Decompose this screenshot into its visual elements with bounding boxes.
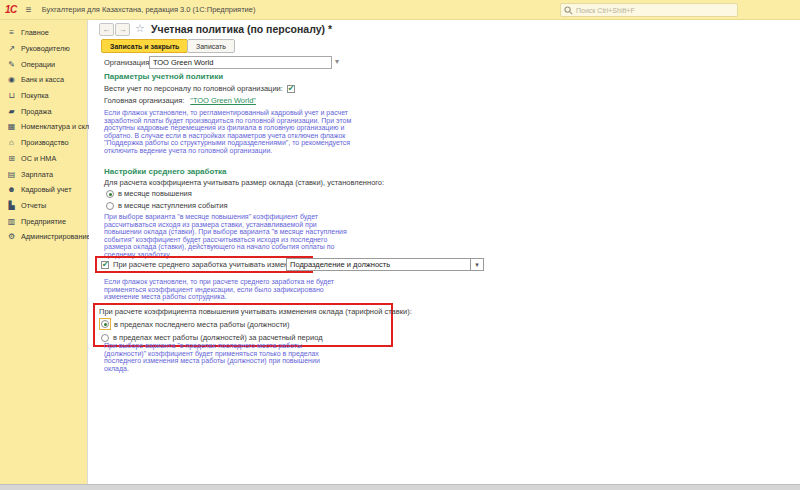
hr-icon: ☻: [6, 185, 17, 194]
annotation-box-avg-changes: При расчете среднего заработка учитывать…: [95, 256, 313, 273]
organization-label: Организация:: [104, 58, 151, 67]
manager-icon: ↗: [6, 44, 17, 53]
sidebar-item-os-i-nma[interactable]: ⊞ ОС и НМА: [0, 151, 87, 167]
sidebar: ≡ Главное ↗ Руководителю ✎ Операции ◉ Ба…: [0, 20, 88, 484]
radio-icon[interactable]: [106, 190, 114, 198]
sidebar-item-label: ОС и НМА: [21, 154, 56, 163]
chevron-down-icon[interactable]: ▾: [471, 258, 484, 271]
sidebar-item-label: Руководителю: [21, 44, 70, 53]
sidebar-item-bank-i-kassa[interactable]: ◉ Банк и касса: [0, 72, 87, 88]
save-button[interactable]: Записать: [187, 39, 235, 53]
sidebar-item-label: Продажа: [21, 107, 51, 116]
back-button[interactable]: ←: [99, 23, 114, 36]
head-org-flag-row: Вести учет по персоналу по головной орга…: [104, 84, 295, 93]
radio-icon[interactable]: [106, 202, 114, 210]
help-text-changes: Если флажок установлен, то при расчете с…: [104, 278, 349, 301]
avg-changes-label: При расчете среднего заработка учитывать…: [113, 260, 307, 269]
titlebar: 1С ≡ Бухгалтерия для Казахстана, редакци…: [0, 0, 800, 20]
sidebar-item-label: Операции: [21, 60, 55, 69]
global-search[interactable]: [560, 3, 738, 17]
head-org-flag-checkbox[interactable]: [287, 85, 295, 93]
organization-input[interactable]: [149, 56, 332, 69]
help-text-raise: При выборе варианта "в пределах последне…: [104, 342, 339, 372]
sidebar-item-predpriyatie[interactable]: ▥ Предприятие: [0, 213, 87, 229]
sidebar-item-glavnoe[interactable]: ≡ Главное: [0, 25, 87, 41]
sidebar-item-label: Предприятие: [21, 217, 66, 226]
favorite-star-icon[interactable]: ☆: [135, 22, 145, 35]
sidebar-item-proizvodstvo[interactable]: ⌂ Производство: [0, 135, 87, 151]
avg-changes-combobox[interactable]: Подразделение и должность ▾: [286, 258, 484, 271]
radio-icon[interactable]: [101, 334, 109, 342]
sidebar-item-label: Производство: [21, 138, 69, 147]
sidebar-item-label: Зарплата: [21, 170, 53, 179]
fixed-assets-icon: ⊞: [6, 154, 17, 163]
radio-icon[interactable]: [101, 320, 109, 328]
sidebar-item-rukovoditelyu[interactable]: ↗ Руководителю: [0, 41, 87, 57]
inventory-icon: ▦: [6, 122, 17, 131]
enterprise-icon: ▥: [6, 217, 17, 226]
sidebar-item-operacii[interactable]: ✎ Операции: [0, 56, 87, 72]
purchase-icon: ⊔: [6, 91, 17, 100]
page-title: Учетная политика (по персоналу) *: [151, 23, 332, 35]
reports-icon: ▙: [6, 201, 17, 210]
main-menu-icon: ≡: [6, 28, 17, 37]
production-icon: ⌂: [6, 138, 17, 147]
sidebar-item-label: Покупка: [21, 91, 49, 100]
head-org-row: Головная организация: "ТОО Green World": [104, 96, 256, 105]
help-text-head-org: Если флажок установлен, то регламентиров…: [104, 109, 352, 154]
main-content: ← → ☆ Учетная политика (по персоналу) * …: [89, 20, 800, 484]
sidebar-item-administrirovanie[interactable]: ⚙ Администрирование: [0, 229, 87, 245]
search-input[interactable]: [576, 7, 734, 14]
section-header-params: Параметры учетной политики: [104, 72, 223, 81]
operations-icon: ✎: [6, 60, 17, 69]
sidebar-item-prodazha[interactable]: ▰ Продажа: [0, 103, 87, 119]
search-icon: [564, 6, 573, 15]
app-title: Бухгалтерия для Казахстана, редакция 3.0…: [42, 5, 256, 14]
sidebar-item-label: Администрирование: [21, 232, 91, 241]
horizontal-scrollbar[interactable]: [0, 484, 800, 490]
1c-logo-icon: 1С: [5, 4, 17, 15]
sidebar-item-zarplata[interactable]: ▤ Зарплата: [0, 166, 87, 182]
bank-cash-icon: ◉: [6, 75, 17, 84]
sidebar-item-kadrovyj-uchet[interactable]: ☻ Кадровый учет: [0, 182, 87, 198]
sidebar-item-nomenklatura[interactable]: ▦ Номенклатура и склад: [0, 119, 87, 135]
sidebar-item-label: Главное: [21, 28, 49, 37]
coef-label: Для расчета коэффициента учитывать разме…: [104, 178, 384, 187]
focus-ring: [99, 318, 111, 330]
salary-icon: ▤: [6, 170, 17, 179]
sidebar-item-pokupka[interactable]: ⊔ Покупка: [0, 88, 87, 104]
sidebar-item-label: Банк и касса: [21, 75, 64, 84]
main-menu-icon[interactable]: ≡: [26, 4, 32, 15]
administration-icon: ⚙: [6, 232, 17, 241]
sidebar-item-label: Кадровый учет: [21, 185, 72, 194]
save-close-button[interactable]: Записать и закрыть: [101, 39, 188, 53]
sidebar-item-label: Отчеты: [21, 201, 46, 210]
forward-button[interactable]: →: [115, 23, 130, 36]
head-org-flag-label: Вести учет по персоналу по головной орга…: [104, 84, 283, 93]
radio-last-workplace[interactable]: в пределах последнего места работы (долж…: [99, 318, 387, 330]
radio-month-of-raise[interactable]: в месяце повышения: [106, 189, 192, 198]
radio-all-workplaces[interactable]: в пределах мест работы (должностей) за р…: [101, 333, 387, 342]
sidebar-item-otchety[interactable]: ▙ Отчеты: [0, 198, 87, 214]
raise-label: При расчете коэффициента повышения учиты…: [99, 307, 387, 316]
avg-changes-checkbox[interactable]: [101, 261, 109, 269]
head-org-link[interactable]: "ТОО Green World": [190, 96, 256, 105]
section-header-average: Настройки среднего заработка: [104, 167, 227, 176]
radio-month-of-event[interactable]: в месяце наступления события: [106, 201, 227, 210]
sales-icon: ▰: [6, 107, 17, 116]
organization-choose-icon[interactable]: ▾: [335, 57, 339, 66]
head-org-label: Головная организация:: [104, 96, 184, 105]
annotation-box-raise-options: При расчете коэффициента повышения учиты…: [93, 303, 393, 347]
combobox-value[interactable]: Подразделение и должность: [286, 258, 471, 271]
help-text-coef: При выборе варианта "в месяце повышения"…: [104, 213, 356, 258]
sidebar-item-label: Номенклатура и склад: [21, 122, 98, 131]
